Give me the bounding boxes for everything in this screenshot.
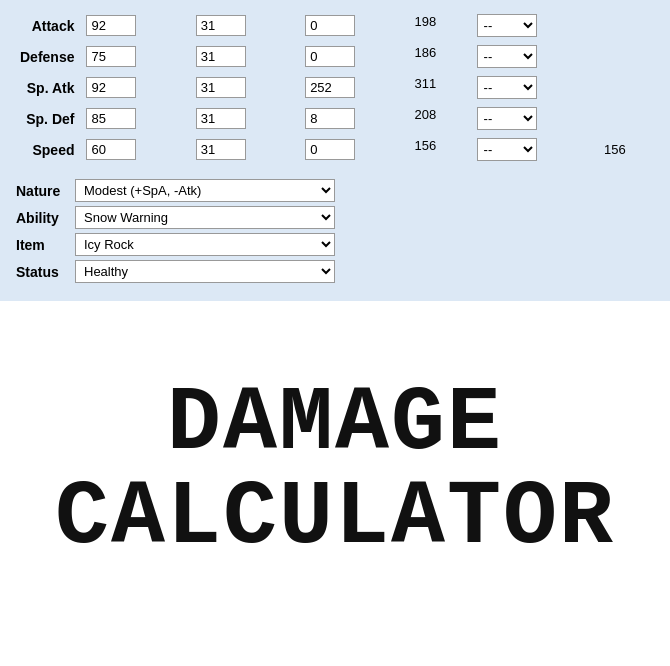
stat-iv-sp.def[interactable]: [196, 108, 246, 129]
damage-calculator-title: DAMAGE CALCULATOR: [55, 377, 615, 566]
stat-select-sp.atk[interactable]: --: [477, 76, 537, 99]
stat-select-speed[interactable]: --: [477, 138, 537, 161]
stat-total-speed: 156: [410, 136, 442, 155]
stat-ev-sp.atk[interactable]: [305, 77, 355, 98]
bottom-section: DAMAGE CALCULATOR: [0, 301, 670, 641]
prop-label-nature: Nature: [16, 179, 71, 202]
stat-label-speed: Speed: [16, 136, 78, 163]
props-table: NatureModest (+SpA, -Atk)AbilitySnow War…: [12, 175, 339, 287]
stat-iv-defense[interactable]: [196, 46, 246, 67]
stat-base-speed[interactable]: [86, 139, 136, 160]
stat-select-defense[interactable]: --: [477, 45, 537, 68]
stat-ev-sp.def[interactable]: [305, 108, 355, 129]
stat-total-sp.def: 208: [410, 105, 442, 124]
prop-label-status: Status: [16, 260, 71, 283]
prop-select-ability[interactable]: Snow Warning: [75, 206, 335, 229]
title-line1: DAMAGE: [55, 377, 615, 472]
stat-label-defense: Defense: [16, 43, 78, 70]
stat-ev-attack[interactable]: [305, 15, 355, 36]
stat-base-sp.atk[interactable]: [86, 77, 136, 98]
stat-label-attack: Attack: [16, 12, 78, 39]
stat-select-sp.def[interactable]: --: [477, 107, 537, 130]
stat-base-sp.def[interactable]: [86, 108, 136, 129]
stat-base-defense[interactable]: [86, 46, 136, 67]
stat-total-sp.atk: 311: [410, 74, 442, 93]
stats-table: Attack198--Defense186--Sp. Atk311--Sp. D…: [12, 8, 658, 167]
props-section: NatureModest (+SpA, -Atk)AbilitySnow War…: [12, 175, 658, 287]
stat-iv-attack[interactable]: [196, 15, 246, 36]
stat-label-sp.def: Sp. Def: [16, 105, 78, 132]
prop-label-ability: Ability: [16, 206, 71, 229]
stat-iv-sp.atk[interactable]: [196, 77, 246, 98]
top-panel: Attack198--Defense186--Sp. Atk311--Sp. D…: [0, 0, 670, 301]
stat-select-attack[interactable]: --: [477, 14, 537, 37]
stat-total-defense: 186: [410, 43, 442, 62]
title-line2: CALCULATOR: [55, 471, 615, 566]
stat-label-sp.atk: Sp. Atk: [16, 74, 78, 101]
stat-extra-total-speed: 156: [600, 136, 654, 163]
prop-label-item: Item: [16, 233, 71, 256]
stat-ev-defense[interactable]: [305, 46, 355, 67]
prop-select-nature[interactable]: Modest (+SpA, -Atk): [75, 179, 335, 202]
stat-ev-speed[interactable]: [305, 139, 355, 160]
stat-iv-speed[interactable]: [196, 139, 246, 160]
stat-total-attack: 198: [410, 12, 442, 31]
prop-select-status[interactable]: Healthy: [75, 260, 335, 283]
prop-select-item[interactable]: Icy Rock: [75, 233, 335, 256]
stat-base-attack[interactable]: [86, 15, 136, 36]
